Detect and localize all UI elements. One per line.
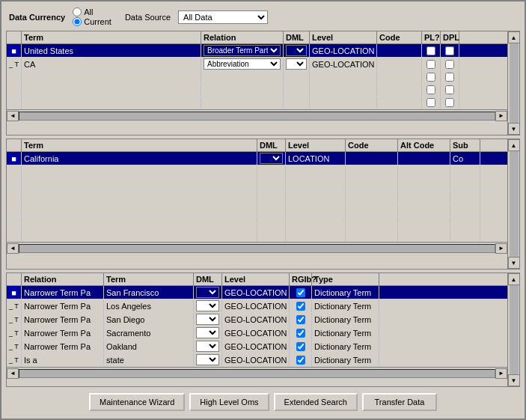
panel3-row-1[interactable]: ■ Narrower Term Pa San Francisco GEO-LOC… bbox=[7, 286, 507, 299]
panel1-row-5[interactable] bbox=[7, 97, 507, 109]
panel2-row-6[interactable] bbox=[7, 216, 507, 229]
scroll-right-btn[interactable]: ► bbox=[495, 111, 507, 121]
panel1-row-4[interactable] bbox=[7, 84, 507, 97]
p3-r6-indicator: _ T bbox=[7, 353, 22, 366]
p3-r6-dml-select[interactable] bbox=[196, 354, 219, 365]
panel2-vert-scroll[interactable]: ▲ ▼ bbox=[507, 139, 519, 269]
p2-r1-dml bbox=[257, 152, 286, 165]
panel3-row-3[interactable]: _ T Narrower Term Pa San Diego GEO-LOCAT… bbox=[7, 313, 507, 326]
p3-r4-rgib-check[interactable] bbox=[296, 329, 305, 338]
p2-scroll-track[interactable] bbox=[19, 244, 495, 253]
p1-r1-dml-select[interactable] bbox=[286, 45, 307, 56]
p3-r5-type: Dictionary Term bbox=[312, 340, 379, 353]
p3-r1-dml-select[interactable] bbox=[196, 287, 219, 298]
p1-r1-dpl-check[interactable] bbox=[445, 46, 454, 55]
p3-r3-level: GEO-LOCATION bbox=[222, 313, 290, 326]
p3-r1-dml bbox=[194, 286, 222, 299]
p3-scroll-right[interactable]: ► bbox=[495, 368, 507, 379]
p3-r5-term: Oakland bbox=[104, 340, 194, 353]
panel2-row-2[interactable] bbox=[7, 165, 507, 178]
p3-r3-dml-select[interactable] bbox=[196, 314, 219, 325]
panel3-row-4[interactable]: _ T Narrower Term Pa Sacramento GEO-LOCA… bbox=[7, 326, 507, 340]
row-empty-indicator bbox=[7, 71, 22, 83]
p3-r3-rgib-check[interactable] bbox=[296, 315, 305, 324]
panel1-row-2[interactable]: _ T CA Abbreviation GEO-LOCATION bbox=[7, 58, 507, 71]
p2-scroll-up[interactable]: ▲ bbox=[508, 139, 520, 151]
p3-scroll-left[interactable]: ◄ bbox=[7, 368, 19, 379]
p2-scroll-down[interactable]: ▼ bbox=[508, 257, 520, 269]
scroll-track[interactable] bbox=[19, 112, 495, 121]
p1-header-dml: DML bbox=[284, 31, 310, 43]
main-container: Data Currency All Current Data Source Al… bbox=[0, 0, 526, 420]
panel2-row-4[interactable] bbox=[7, 191, 507, 204]
maintenance-wizard-button[interactable]: Maintenance Wizard bbox=[89, 393, 185, 411]
panel2-row-1[interactable]: ■ California LOCATION Co bbox=[7, 152, 507, 165]
p3-r1-rgib-check[interactable] bbox=[296, 288, 305, 297]
p3-vert-track[interactable] bbox=[510, 285, 519, 374]
panel3-row-2[interactable]: _ T Narrower Term Pa Los Angeles GEO-LOC… bbox=[7, 299, 507, 313]
p3-r2-indicator: _ T bbox=[7, 299, 22, 312]
transfer-data-button[interactable]: Transfer Data bbox=[362, 393, 437, 411]
p3-r5-dml bbox=[194, 340, 222, 353]
p3-r6-rgib-check[interactable] bbox=[296, 356, 305, 365]
p3-r2-dml-select[interactable] bbox=[196, 300, 219, 311]
panel1-vert-scroll[interactable]: ▲ ▼ bbox=[507, 31, 519, 135]
p1-header-code: Code bbox=[377, 31, 422, 43]
scroll-down-btn[interactable]: ▼ bbox=[508, 123, 520, 135]
panel1-row-3[interactable] bbox=[7, 71, 507, 84]
p3-scroll-up[interactable]: ▲ bbox=[508, 273, 520, 285]
panel3-row-6[interactable]: _ T Is a state GEO-LOCATION Dictionary T… bbox=[7, 353, 507, 367]
p3-header-term: Term bbox=[104, 273, 194, 285]
p2-r1-indicator: ■ bbox=[7, 152, 22, 165]
panel1-grid-header: Term Relation DML Level Code PL? DPL bbox=[7, 31, 507, 44]
panel3-vert-scroll[interactable]: ▲ ▼ bbox=[507, 273, 519, 386]
p3-header-level: Level bbox=[222, 273, 290, 285]
panel3-row-5[interactable]: _ T Narrower Term Pa Oakland GEO-LOCATIO… bbox=[7, 340, 507, 353]
radio-all-label: All bbox=[84, 7, 93, 16]
vert-track[interactable] bbox=[510, 43, 519, 123]
panel2-body: Term DML Level Code Alt Code Sub ■ Calif… bbox=[7, 139, 519, 269]
radio-all[interactable] bbox=[73, 7, 82, 16]
panel2-row-7[interactable] bbox=[7, 229, 507, 242]
p3-r6-relation: Is a bbox=[22, 353, 104, 366]
scroll-up-btn[interactable]: ▲ bbox=[508, 31, 520, 43]
scroll-left-btn[interactable]: ◄ bbox=[7, 111, 19, 121]
p3-r5-dml-select[interactable] bbox=[196, 341, 219, 352]
p1-header-relation: Relation bbox=[201, 31, 284, 43]
p3-r6-type: Dictionary Term bbox=[312, 353, 379, 366]
p1-r1-pl bbox=[422, 44, 441, 57]
p3-r2-rgib-check[interactable] bbox=[296, 302, 305, 311]
radio-all-item: All bbox=[73, 7, 111, 16]
p1-r2-dml-select[interactable] bbox=[286, 58, 307, 70]
p3-r3-indicator: _ T bbox=[7, 313, 22, 326]
p2-scroll-right[interactable]: ► bbox=[495, 243, 507, 254]
radio-current-label: Current bbox=[84, 17, 111, 26]
panel2: Term DML Level Code Alt Code Sub ■ Calif… bbox=[6, 139, 520, 270]
p1-r2-relation-select[interactable]: Abbreviation bbox=[204, 58, 281, 70]
p3-scroll-track[interactable] bbox=[19, 369, 495, 378]
panel2-row-3[interactable] bbox=[7, 178, 507, 191]
p3-header-dml: DML bbox=[194, 273, 222, 285]
radio-current[interactable] bbox=[73, 17, 82, 26]
p3-r4-dml-select[interactable] bbox=[196, 327, 219, 338]
panel1-row-1[interactable]: ■ United States Broader Term Parti GEO-L… bbox=[7, 44, 507, 58]
p2-scroll-left[interactable]: ◄ bbox=[7, 243, 19, 254]
p3-scroll-down[interactable]: ▼ bbox=[508, 374, 520, 386]
p2-r1-dml-select[interactable] bbox=[260, 153, 283, 164]
p3-header-type: Type bbox=[312, 273, 379, 285]
p1-r2-dpl-check[interactable] bbox=[445, 60, 454, 69]
p1-r2-relation: Abbreviation bbox=[201, 58, 284, 70]
p3-r5-rgib-check[interactable] bbox=[296, 342, 305, 351]
panel1-scrollbar[interactable]: ◄ ► bbox=[7, 109, 507, 121]
panel3-scrollbar[interactable]: ◄ ► bbox=[7, 367, 507, 379]
p1-r1-relation-select[interactable]: Broader Term Parti bbox=[204, 45, 281, 56]
panel2-row-5[interactable] bbox=[7, 204, 507, 216]
extended-search-button[interactable]: Extended Search bbox=[274, 393, 358, 411]
panel2-scrollbar[interactable]: ◄ ► bbox=[7, 242, 507, 254]
data-source-select[interactable]: All Data Primary Secondary bbox=[178, 10, 268, 24]
p1-r2-pl-check[interactable] bbox=[426, 60, 435, 69]
p3-r1-relation: Narrower Term Pa bbox=[22, 286, 104, 299]
high-level-oms-button[interactable]: High Level Oms bbox=[189, 393, 269, 411]
p2-vert-track[interactable] bbox=[510, 151, 519, 257]
p1-r1-pl-check[interactable] bbox=[426, 46, 435, 55]
